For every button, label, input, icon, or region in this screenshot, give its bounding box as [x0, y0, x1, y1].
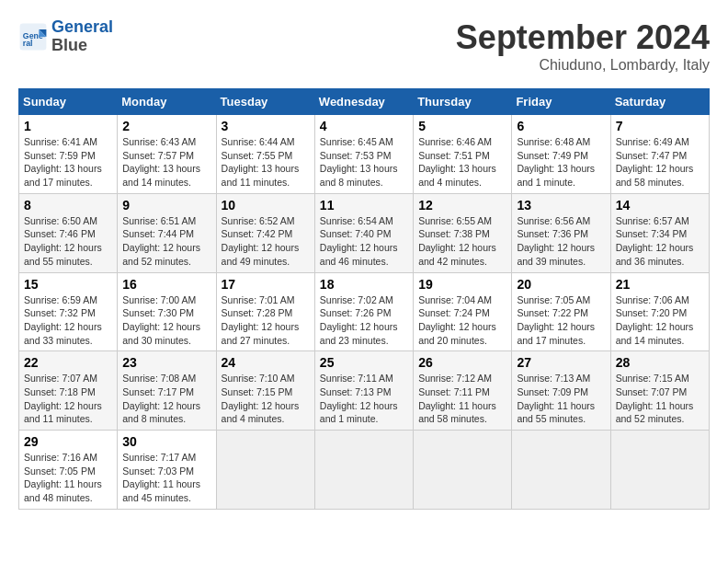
logo-text: GeneralBlue — [51, 18, 113, 55]
day-info: Sunrise: 7:07 AM Sunset: 7:18 PM Dayligh… — [24, 372, 112, 426]
day-number: 28 — [616, 355, 704, 370]
calendar-day-cell: 11Sunrise: 6:54 AM Sunset: 7:40 PM Dayli… — [314, 193, 413, 272]
title-block: September 2024 Chiuduno, Lombardy, Italy — [456, 18, 710, 74]
calendar-header-row: Sunday Monday Tuesday Wednesday Thursday… — [19, 89, 710, 115]
col-friday: Friday — [512, 89, 610, 115]
day-number: 12 — [418, 198, 506, 213]
day-info: Sunrise: 7:11 AM Sunset: 7:13 PM Dayligh… — [320, 372, 408, 426]
calendar-day-cell: 19Sunrise: 7:04 AM Sunset: 7:24 PM Dayli… — [414, 272, 512, 351]
day-info: Sunrise: 7:17 AM Sunset: 7:03 PM Dayligh… — [122, 451, 210, 505]
calendar-day-cell — [314, 431, 413, 510]
day-info: Sunrise: 6:54 AM Sunset: 7:40 PM Dayligh… — [320, 214, 408, 269]
svg-text:ral: ral — [23, 39, 33, 48]
calendar-day-cell: 5Sunrise: 6:46 AM Sunset: 7:51 PM Daylig… — [414, 115, 512, 194]
day-number: 17 — [222, 277, 310, 292]
col-monday: Monday — [118, 89, 216, 115]
day-number: 21 — [616, 277, 704, 292]
calendar-day-cell: 3Sunrise: 6:44 AM Sunset: 7:55 PM Daylig… — [216, 115, 314, 194]
day-info: Sunrise: 6:50 AM Sunset: 7:46 PM Dayligh… — [24, 214, 112, 269]
day-info: Sunrise: 7:04 AM Sunset: 7:24 PM Dayligh… — [418, 293, 506, 348]
day-info: Sunrise: 6:52 AM Sunset: 7:42 PM Dayligh… — [222, 214, 310, 269]
day-number: 3 — [222, 119, 310, 133]
calendar-day-cell: 13Sunrise: 6:56 AM Sunset: 7:36 PM Dayli… — [512, 193, 610, 272]
day-number: 29 — [24, 434, 112, 449]
month-title: September 2024 — [456, 18, 710, 57]
calendar-day-cell: 15Sunrise: 6:59 AM Sunset: 7:32 PM Dayli… — [19, 272, 118, 351]
day-number: 5 — [418, 119, 506, 133]
logo: Gene- ral GeneralBlue — [18, 18, 113, 55]
day-number: 24 — [222, 355, 310, 370]
day-info: Sunrise: 6:57 AM Sunset: 7:34 PM Dayligh… — [616, 214, 704, 269]
day-info: Sunrise: 7:08 AM Sunset: 7:17 PM Dayligh… — [122, 372, 210, 426]
calendar-day-cell: 7Sunrise: 6:49 AM Sunset: 7:47 PM Daylig… — [610, 115, 709, 194]
day-number: 20 — [517, 277, 605, 292]
day-number: 2 — [122, 119, 210, 133]
day-number: 9 — [122, 198, 210, 213]
calendar-day-cell — [512, 431, 610, 510]
calendar-day-cell: 16Sunrise: 7:00 AM Sunset: 7:30 PM Dayli… — [118, 272, 216, 351]
day-info: Sunrise: 6:49 AM Sunset: 7:47 PM Dayligh… — [616, 135, 704, 190]
calendar-day-cell: 10Sunrise: 6:52 AM Sunset: 7:42 PM Dayli… — [216, 193, 314, 272]
day-number: 8 — [24, 198, 112, 213]
day-info: Sunrise: 6:41 AM Sunset: 7:59 PM Dayligh… — [24, 135, 112, 190]
day-number: 25 — [320, 355, 408, 370]
location-title: Chiuduno, Lombardy, Italy — [456, 57, 710, 74]
calendar-day-cell: 1Sunrise: 6:41 AM Sunset: 7:59 PM Daylig… — [19, 115, 118, 194]
day-info: Sunrise: 7:10 AM Sunset: 7:15 PM Dayligh… — [222, 372, 310, 426]
day-info: Sunrise: 7:05 AM Sunset: 7:22 PM Dayligh… — [517, 293, 605, 348]
day-number: 7 — [616, 119, 704, 133]
day-number: 13 — [517, 198, 605, 213]
day-number: 11 — [320, 198, 408, 213]
day-number: 6 — [517, 119, 605, 133]
day-info: Sunrise: 7:02 AM Sunset: 7:26 PM Dayligh… — [320, 293, 408, 348]
day-number: 18 — [320, 277, 408, 292]
calendar-day-cell: 22Sunrise: 7:07 AM Sunset: 7:18 PM Dayli… — [19, 351, 118, 431]
page-header: Gene- ral GeneralBlue September 2024 Chi… — [18, 18, 710, 74]
day-number: 10 — [222, 198, 310, 213]
col-saturday: Saturday — [610, 89, 709, 115]
calendar-week-row: 1Sunrise: 6:41 AM Sunset: 7:59 PM Daylig… — [19, 115, 710, 194]
calendar-week-row: 29Sunrise: 7:16 AM Sunset: 7:05 PM Dayli… — [19, 431, 710, 510]
day-info: Sunrise: 7:15 AM Sunset: 7:07 PM Dayligh… — [616, 372, 704, 426]
calendar-day-cell: 27Sunrise: 7:13 AM Sunset: 7:09 PM Dayli… — [512, 351, 610, 431]
day-info: Sunrise: 6:48 AM Sunset: 7:49 PM Dayligh… — [517, 135, 605, 190]
calendar-day-cell: 28Sunrise: 7:15 AM Sunset: 7:07 PM Dayli… — [610, 351, 709, 431]
calendar-day-cell: 30Sunrise: 7:17 AM Sunset: 7:03 PM Dayli… — [118, 431, 216, 510]
day-info: Sunrise: 6:55 AM Sunset: 7:38 PM Dayligh… — [418, 214, 506, 269]
calendar-day-cell: 24Sunrise: 7:10 AM Sunset: 7:15 PM Dayli… — [216, 351, 314, 431]
day-info: Sunrise: 7:12 AM Sunset: 7:11 PM Dayligh… — [418, 372, 506, 426]
col-wednesday: Wednesday — [314, 89, 413, 115]
day-number: 30 — [122, 434, 210, 449]
calendar-day-cell: 20Sunrise: 7:05 AM Sunset: 7:22 PM Dayli… — [512, 272, 610, 351]
calendar-day-cell: 12Sunrise: 6:55 AM Sunset: 7:38 PM Dayli… — [414, 193, 512, 272]
calendar-day-cell: 17Sunrise: 7:01 AM Sunset: 7:28 PM Dayli… — [216, 272, 314, 351]
day-info: Sunrise: 6:43 AM Sunset: 7:57 PM Dayligh… — [122, 135, 210, 190]
calendar-day-cell — [610, 431, 709, 510]
calendar-day-cell — [414, 431, 512, 510]
day-info: Sunrise: 7:00 AM Sunset: 7:30 PM Dayligh… — [122, 293, 210, 348]
calendar-day-cell: 9Sunrise: 6:51 AM Sunset: 7:44 PM Daylig… — [118, 193, 216, 272]
calendar-day-cell: 14Sunrise: 6:57 AM Sunset: 7:34 PM Dayli… — [610, 193, 709, 272]
day-info: Sunrise: 7:16 AM Sunset: 7:05 PM Dayligh… — [24, 451, 112, 505]
calendar-day-cell: 18Sunrise: 7:02 AM Sunset: 7:26 PM Dayli… — [314, 272, 413, 351]
day-number: 4 — [320, 119, 408, 133]
calendar-day-cell: 25Sunrise: 7:11 AM Sunset: 7:13 PM Dayli… — [314, 351, 413, 431]
calendar-day-cell: 29Sunrise: 7:16 AM Sunset: 7:05 PM Dayli… — [19, 431, 118, 510]
col-thursday: Thursday — [414, 89, 512, 115]
day-info: Sunrise: 6:59 AM Sunset: 7:32 PM Dayligh… — [24, 293, 112, 348]
day-info: Sunrise: 6:56 AM Sunset: 7:36 PM Dayligh… — [517, 214, 605, 269]
day-info: Sunrise: 7:01 AM Sunset: 7:28 PM Dayligh… — [222, 293, 310, 348]
calendar-day-cell: 6Sunrise: 6:48 AM Sunset: 7:49 PM Daylig… — [512, 115, 610, 194]
day-info: Sunrise: 6:46 AM Sunset: 7:51 PM Dayligh… — [418, 135, 506, 190]
day-number: 26 — [418, 355, 506, 370]
day-number: 22 — [24, 355, 112, 370]
col-sunday: Sunday — [19, 89, 118, 115]
calendar-week-row: 15Sunrise: 6:59 AM Sunset: 7:32 PM Dayli… — [19, 272, 710, 351]
calendar-day-cell: 26Sunrise: 7:12 AM Sunset: 7:11 PM Dayli… — [414, 351, 512, 431]
day-number: 27 — [517, 355, 605, 370]
day-number: 14 — [616, 198, 704, 213]
calendar-day-cell: 2Sunrise: 6:43 AM Sunset: 7:57 PM Daylig… — [118, 115, 216, 194]
day-number: 23 — [122, 355, 210, 370]
day-info: Sunrise: 7:06 AM Sunset: 7:20 PM Dayligh… — [616, 293, 704, 348]
calendar-table: Sunday Monday Tuesday Wednesday Thursday… — [18, 88, 710, 510]
